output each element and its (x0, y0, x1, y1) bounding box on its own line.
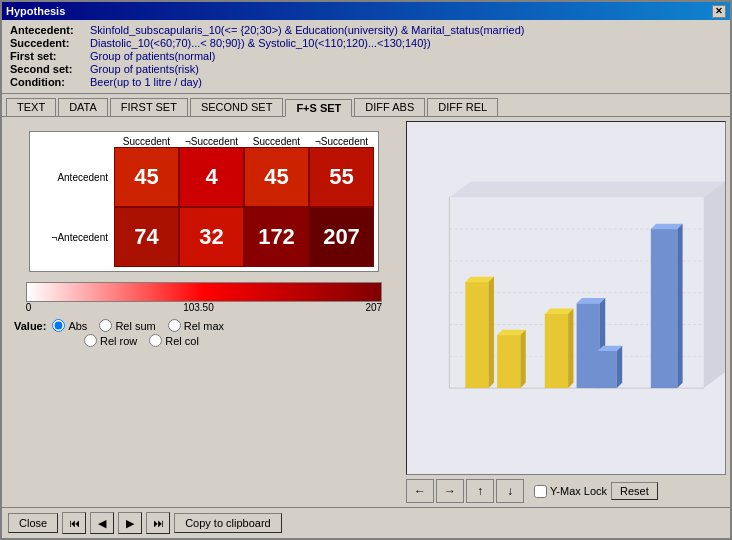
nav-prev-button[interactable]: ◀ (90, 512, 114, 534)
col-header-0: Succedent (114, 136, 179, 147)
col-header-1: ¬Succedent (179, 136, 244, 147)
nav-left-button[interactable]: ← (406, 479, 434, 503)
bottom-bar: Close ⏮ ◀ ▶ ⏭ Copy to clipboard (2, 507, 730, 538)
radio-rel-row[interactable]: Rel row (84, 334, 137, 347)
svg-marker-27 (677, 224, 682, 388)
antecedent-value: Skinfold_subscapularis_10(<= {20;30>) & … (90, 24, 524, 36)
info-panel: Antecedent: Skinfold_subscapularis_10(<=… (2, 20, 730, 94)
col-header-3: ¬Succedent (309, 136, 374, 147)
svg-marker-15 (520, 330, 525, 388)
cell-0-3: 55 (309, 147, 374, 207)
y-max-lock-checkbox[interactable]: Y-Max Lock (534, 485, 607, 498)
window-title: Hypothesis (6, 5, 65, 17)
nav-first-button[interactable]: ⏮ (62, 512, 86, 534)
cell-1-2: 172 (244, 207, 309, 267)
tab-fplus-set[interactable]: F+S SET (285, 99, 352, 117)
tabs-row: TEXT DATA FIRST SET SECOND SET F+S SET D… (2, 94, 730, 117)
tab-text[interactable]: TEXT (6, 98, 56, 116)
radio-rel-max[interactable]: Rel max (168, 319, 224, 332)
tab-diff-abs[interactable]: DIFF ABS (354, 98, 425, 116)
svg-marker-9 (704, 181, 725, 388)
left-panel: Succedent ¬Succedent Succedent ¬Succeden… (6, 121, 402, 503)
color-bar (26, 282, 382, 302)
first-set-label: First set: (10, 50, 90, 62)
matrix-container: Succedent ¬Succedent Succedent ¬Succeden… (29, 131, 379, 272)
nav-right-button[interactable]: → (436, 479, 464, 503)
row-label-1: ¬Antecedent (34, 232, 114, 243)
svg-marker-26 (651, 224, 683, 229)
row-label-0: Antecedent (34, 172, 114, 183)
matrix-row-0: Antecedent 45 4 45 55 (34, 147, 374, 207)
value-label: Value: (14, 320, 46, 332)
title-bar: Hypothesis ✕ (2, 2, 730, 20)
condition-row: Condition: Beer(up to 1 litre / day) (10, 76, 722, 88)
svg-rect-10 (465, 282, 488, 388)
succedent-row: Succedent: Diastolic_10(<60;70)...< 80;9… (10, 37, 722, 49)
color-bar-max: 207 (365, 302, 382, 313)
cell-1-1: 32 (179, 207, 244, 267)
matrix-row-1: ¬Antecedent 74 32 172 207 (34, 207, 374, 267)
y-max-area: Y-Max Lock Reset (534, 482, 658, 500)
svg-rect-25 (651, 229, 678, 388)
antecedent-label: Antecedent: (10, 24, 90, 36)
main-window: Hypothesis ✕ Antecedent: Skinfold_subsca… (0, 0, 732, 540)
tab-data[interactable]: DATA (58, 98, 108, 116)
color-bar-mid: 103.50 (183, 302, 214, 313)
cell-0-2: 45 (244, 147, 309, 207)
radio-rel-sum[interactable]: Rel sum (99, 319, 155, 332)
svg-rect-19 (577, 303, 600, 388)
cell-1-0: 74 (114, 207, 179, 267)
cell-1-3: 207 (309, 207, 374, 267)
second-set-row: Second set: Group of patients(risk) (10, 63, 722, 75)
y-max-lock-label: Y-Max Lock (550, 485, 607, 497)
nav-next-button[interactable]: ▶ (118, 512, 142, 534)
svg-marker-24 (617, 346, 622, 388)
col-header-2: Succedent (244, 136, 309, 147)
svg-marker-8 (449, 181, 725, 197)
tab-first-set[interactable]: FIRST SET (110, 98, 188, 116)
svg-rect-22 (598, 351, 617, 388)
svg-marker-12 (489, 277, 494, 388)
condition-label: Condition: (10, 76, 90, 88)
radio-rel-col[interactable]: Rel col (149, 334, 199, 347)
reset-button[interactable]: Reset (611, 482, 658, 500)
close-window-button[interactable]: ✕ (712, 5, 726, 18)
value-options: Value: Abs Rel sum Rel max (6, 319, 402, 349)
chart-nav: ← → ↑ ↓ Y-Max Lock Reset (406, 479, 726, 503)
cell-0-1: 4 (179, 147, 244, 207)
nav-up-button[interactable]: ↑ (466, 479, 494, 503)
matrix-col-headers: Succedent ¬Succedent Succedent ¬Succeden… (114, 136, 374, 147)
svg-marker-18 (568, 309, 573, 389)
value-row-2: Rel row Rel col (84, 334, 402, 347)
close-button[interactable]: Close (8, 513, 58, 533)
bar-chart (407, 122, 725, 474)
value-row-1: Value: Abs Rel sum Rel max (14, 319, 402, 332)
svg-rect-13 (497, 335, 520, 388)
succedent-label: Succedent: (10, 37, 90, 49)
nav-down-button[interactable]: ↓ (496, 479, 524, 503)
antecedent-row: Antecedent: Skinfold_subscapularis_10(<=… (10, 24, 722, 36)
radio-abs[interactable]: Abs (52, 319, 87, 332)
succedent-value: Diastolic_10(<60;70)...< 80;90}) & Systo… (90, 37, 431, 49)
second-set-value: Group of patients(risk) (90, 63, 199, 75)
main-content: Succedent ¬Succedent Succedent ¬Succeden… (2, 117, 730, 507)
cell-0-0: 45 (114, 147, 179, 207)
svg-rect-16 (545, 314, 568, 388)
copy-clipboard-button[interactable]: Copy to clipboard (174, 513, 282, 533)
condition-value: Beer(up to 1 litre / day) (90, 76, 202, 88)
first-set-value: Group of patients(normal) (90, 50, 215, 62)
chart-area (406, 121, 726, 475)
tab-second-set[interactable]: SECOND SET (190, 98, 284, 116)
nav-last-button[interactable]: ⏭ (146, 512, 170, 534)
tab-diff-rel[interactable]: DIFF REL (427, 98, 498, 116)
second-set-label: Second set: (10, 63, 90, 75)
first-set-row: First set: Group of patients(normal) (10, 50, 722, 62)
right-panel: ← → ↑ ↓ Y-Max Lock Reset (406, 121, 726, 503)
color-bar-container: 0 103.50 207 (26, 282, 382, 313)
color-bar-labels: 0 103.50 207 (26, 302, 382, 313)
color-bar-min: 0 (26, 302, 32, 313)
